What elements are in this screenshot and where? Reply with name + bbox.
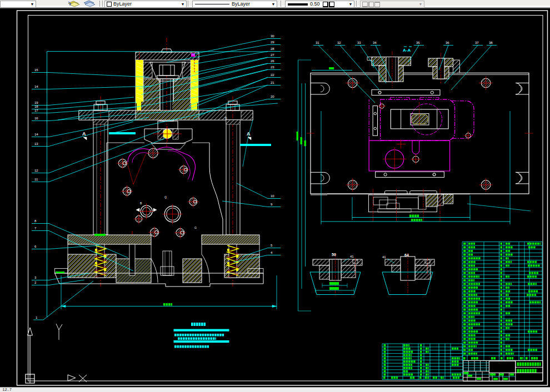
svg-text:64: 64 xyxy=(404,253,409,257)
svg-text:35: 35 xyxy=(416,41,420,44)
svg-text:30: 30 xyxy=(271,34,274,38)
svg-text:19: 19 xyxy=(34,101,38,104)
svg-text:11: 11 xyxy=(34,178,38,181)
svg-text:33: 33 xyxy=(357,41,361,44)
svg-text:D: D xyxy=(225,117,227,120)
svg-text:Q: Q xyxy=(164,195,167,199)
svg-text:27: 27 xyxy=(271,53,274,57)
svg-text:15: 15 xyxy=(34,68,38,72)
svg-text:26: 26 xyxy=(271,59,274,63)
svg-text:41: 41 xyxy=(382,255,386,259)
svg-text:41: 41 xyxy=(350,255,354,258)
svg-text:37: 37 xyxy=(475,41,479,44)
svg-text:23: 23 xyxy=(271,66,274,69)
svg-text:31: 31 xyxy=(316,41,319,44)
svg-text:21: 21 xyxy=(271,81,274,84)
svg-text:29: 29 xyxy=(271,41,274,44)
svg-text:17: 17 xyxy=(34,109,38,112)
svg-text:12: 12 xyxy=(34,169,38,172)
svg-text:14: 14 xyxy=(34,133,38,136)
svg-text:36: 36 xyxy=(446,41,449,44)
svg-text:13: 13 xyxy=(34,142,38,145)
svg-text:38: 38 xyxy=(489,41,493,44)
svg-text:20: 20 xyxy=(271,95,274,98)
svg-text:G: G xyxy=(194,226,197,229)
svg-text:16: 16 xyxy=(34,117,38,120)
svg-text:50: 50 xyxy=(332,253,336,257)
svg-text:10: 10 xyxy=(271,194,274,198)
svg-text:32: 32 xyxy=(337,41,341,44)
svg-text:18: 18 xyxy=(34,105,38,108)
svg-text:28: 28 xyxy=(271,47,274,51)
svg-text:A-A: A-A xyxy=(403,48,411,53)
svg-text:22: 22 xyxy=(271,73,274,77)
svg-text:14: 14 xyxy=(34,85,38,88)
svg-text:34: 34 xyxy=(373,41,377,44)
